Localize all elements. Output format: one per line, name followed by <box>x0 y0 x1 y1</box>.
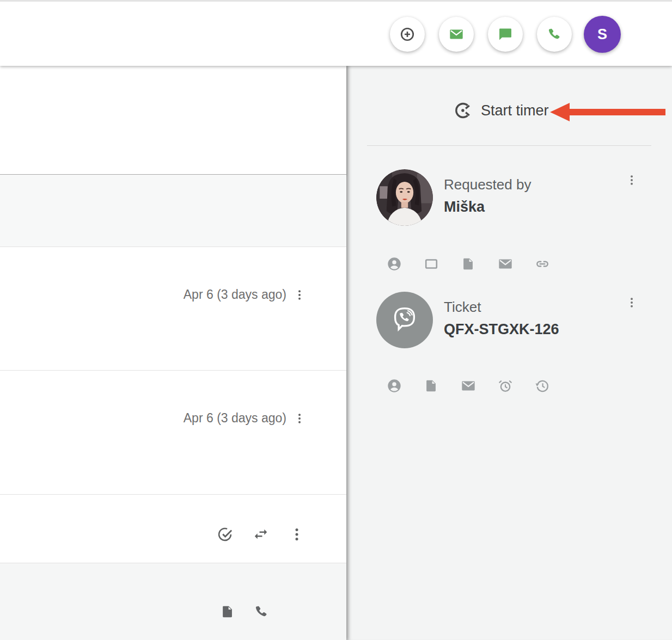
more-vert-icon[interactable] <box>293 412 306 425</box>
new-chat-button[interactable] <box>488 17 523 52</box>
ticket-quick-actions <box>387 378 550 393</box>
document-icon[interactable] <box>461 256 476 272</box>
start-timer-button[interactable]: Start timer <box>453 100 549 121</box>
requester-avatar[interactable] <box>376 169 433 226</box>
thread-message-open <box>0 66 346 175</box>
more-vert-icon[interactable] <box>293 288 306 301</box>
alarm-icon[interactable] <box>498 378 513 393</box>
document-icon[interactable] <box>220 604 235 619</box>
history-icon[interactable] <box>535 378 550 393</box>
person-icon[interactable] <box>387 256 402 272</box>
panel-divider <box>367 145 651 146</box>
message-meta: Apr 6 (3 days ago) <box>0 371 346 426</box>
compose-email-button[interactable] <box>439 17 474 52</box>
topbar: S <box>0 0 672 66</box>
envelope-icon[interactable] <box>498 256 513 272</box>
ticket-label: Ticket <box>444 299 559 316</box>
thread-message: Apr 6 (3 days ago) <box>0 247 346 371</box>
requested-by-card: Requested by Miška <box>346 169 672 226</box>
requester-name: Miška <box>444 199 531 216</box>
envelope-icon <box>449 27 464 42</box>
link-icon[interactable] <box>535 256 550 272</box>
ticket-card: Ticket QFX-STGXK-126 <box>346 292 672 348</box>
more-vert-icon[interactable] <box>625 296 638 309</box>
document-icon[interactable] <box>424 378 439 393</box>
ticket-thread-panel: Apr 6 (3 days ago) Apr 6 (3 days ago) <box>0 66 346 640</box>
message-timestamp: Apr 6 (3 days ago) <box>184 287 286 302</box>
ticket-texts: Ticket QFX-STGXK-126 <box>444 299 559 338</box>
start-timer-label: Start timer <box>481 102 549 119</box>
requester-quick-actions <box>387 256 550 272</box>
app-screen: S Apr 6 (3 days ago) Apr 6 (3 days ago) … <box>0 0 672 640</box>
swap-horiz-icon[interactable] <box>253 526 269 543</box>
phone-icon <box>547 27 562 42</box>
check-circle-icon[interactable] <box>217 526 233 543</box>
timer-icon <box>453 100 474 121</box>
thread-message-collapsed <box>0 175 346 247</box>
more-vert-icon[interactable] <box>625 174 638 187</box>
thread-message: Apr 6 (3 days ago) <box>0 371 346 495</box>
message-meta: Apr 6 (3 days ago) <box>0 247 346 302</box>
envelope-icon[interactable] <box>461 378 476 393</box>
chat-icon <box>498 27 513 42</box>
plus-circle-icon <box>400 27 415 42</box>
requested-by-texts: Requested by Miška <box>444 176 531 216</box>
more-vert-icon[interactable] <box>289 526 305 543</box>
viber-channel-avatar[interactable] <box>376 292 433 348</box>
card-icon[interactable] <box>424 256 439 272</box>
reply-action-toolbar <box>0 495 346 563</box>
annotation-arrow <box>550 102 665 122</box>
user-avatar[interactable]: S <box>584 16 621 53</box>
reply-footer-toolbar <box>0 563 346 640</box>
ticket-details-panel: Start timer <box>346 66 672 640</box>
requested-by-label: Requested by <box>444 176 531 193</box>
new-call-button[interactable] <box>537 17 572 52</box>
person-icon[interactable] <box>387 378 402 393</box>
phone-icon[interactable] <box>254 604 269 619</box>
ticket-id: QFX-STGXK-126 <box>444 321 559 338</box>
message-timestamp: Apr 6 (3 days ago) <box>184 411 286 426</box>
add-button[interactable] <box>390 17 425 52</box>
